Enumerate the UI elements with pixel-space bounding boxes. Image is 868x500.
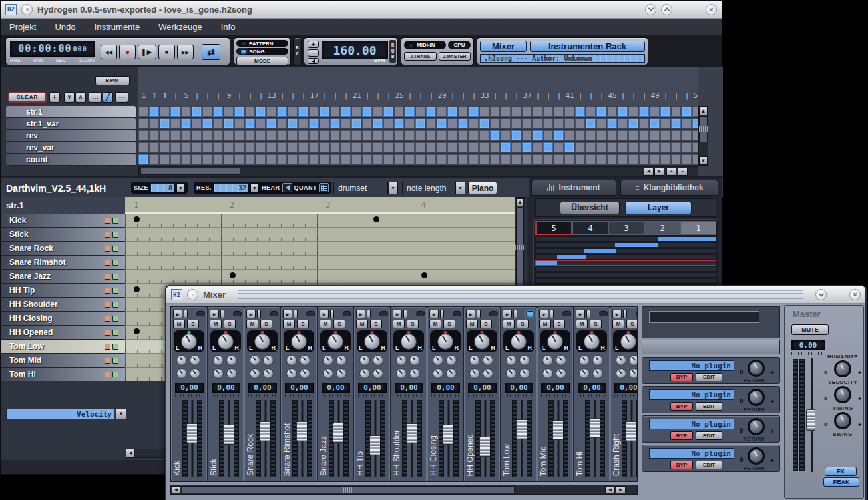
timeline-mark[interactable]: | <box>277 91 288 100</box>
song-cell[interactable] <box>554 107 564 117</box>
song-cell[interactable] <box>575 107 585 117</box>
note-length-select[interactable]: note length ▼ <box>402 182 465 194</box>
timeline-mark[interactable]: T <box>160 91 170 100</box>
song-cell[interactable] <box>245 107 255 117</box>
fx-edit-button[interactable]: EDIT <box>696 461 722 469</box>
channel-solo-button[interactable]: S <box>187 320 199 328</box>
timeline-mark[interactable]: | <box>192 91 202 100</box>
fx-send-knob[interactable] <box>359 368 370 379</box>
fx-send-knob[interactable] <box>396 355 407 366</box>
mixer-hscroll-thumb[interactable] <box>182 486 515 493</box>
channel-select-button[interactable] <box>403 310 407 318</box>
channel-select-button[interactable] <box>513 310 517 318</box>
channel-fader-track[interactable] <box>482 400 489 477</box>
song-cell[interactable] <box>543 154 553 164</box>
song-cell[interactable] <box>330 142 340 152</box>
song-cell[interactable] <box>320 119 329 128</box>
fx-send-knob[interactable] <box>556 355 566 366</box>
song-cell[interactable] <box>277 130 287 140</box>
song-cell[interactable] <box>618 142 628 152</box>
song-cell[interactable] <box>149 119 159 128</box>
show-peaks-button[interactable]: PEAK <box>823 477 859 487</box>
instrument-row-tom-hi[interactable]: Tom Hi <box>1 368 125 381</box>
song-zoom-in[interactable]: + <box>666 168 676 176</box>
song-cell[interactable] <box>596 142 606 152</box>
song-cell[interactable] <box>586 130 596 140</box>
song-cell[interactable] <box>394 154 404 164</box>
fx-send-knob[interactable] <box>300 368 310 379</box>
song-cell[interactable] <box>575 142 585 152</box>
fx-send-knob[interactable] <box>556 368 566 379</box>
song-cell[interactable] <box>586 154 596 164</box>
song-cell[interactable] <box>202 154 212 164</box>
song-cell[interactable] <box>234 154 244 164</box>
channel-play-button[interactable]: ▶ <box>356 310 365 318</box>
channel-play-button[interactable]: ▶ <box>503 310 512 318</box>
song-cell[interactable] <box>362 107 372 117</box>
channel-mute-button[interactable]: M <box>246 320 258 328</box>
fx-send-knob[interactable] <box>506 368 517 379</box>
instrument-solo-button[interactable] <box>112 302 118 308</box>
select-mode-button[interactable]: … <box>89 92 102 103</box>
fx-send-knob[interactable] <box>433 355 443 366</box>
song-cell[interactable] <box>213 130 223 140</box>
song-cell[interactable] <box>447 154 457 164</box>
song-cell[interactable] <box>639 154 649 164</box>
tab-instrument[interactable]: Instrument <box>531 180 616 196</box>
timeline-mark[interactable]: | <box>660 91 671 100</box>
channel-play-button[interactable]: ▶ <box>393 310 402 318</box>
song-cell[interactable] <box>596 107 606 117</box>
song-cell[interactable] <box>160 154 170 164</box>
song-cell[interactable] <box>170 130 180 140</box>
song-cell[interactable] <box>320 130 329 140</box>
timeline-mark[interactable]: 17 <box>309 91 320 100</box>
forward-button[interactable]: ▶▶ <box>177 45 194 59</box>
song-mode-row[interactable]: SONG <box>236 48 288 55</box>
song-cell[interactable] <box>458 154 468 164</box>
master-fader[interactable] <box>791 358 821 472</box>
pattern-list-item[interactable]: str.1 <box>6 106 136 118</box>
song-cell[interactable] <box>138 130 148 140</box>
song-cell[interactable] <box>511 142 521 152</box>
instrument-mute-button[interactable] <box>105 288 110 294</box>
song-cell[interactable] <box>288 142 298 152</box>
song-cell[interactable] <box>213 154 223 164</box>
song-cell[interactable] <box>469 130 479 140</box>
fx-send-knob[interactable] <box>323 368 333 379</box>
layer-row[interactable] <box>535 266 716 272</box>
song-cell[interactable] <box>362 154 372 164</box>
song-cell[interactable] <box>330 130 340 140</box>
song-cell[interactable] <box>320 142 329 152</box>
song-cell[interactable] <box>447 107 457 117</box>
channel-solo-button[interactable]: S <box>333 320 345 328</box>
mixer-titlebar[interactable]: H2 Mixer × <box>166 286 865 304</box>
timeline-mark[interactable]: 1 <box>138 91 149 100</box>
draw-mode-button[interactable]: ╱ <box>103 92 113 103</box>
song-cell[interactable] <box>149 142 159 152</box>
layer-row[interactable] <box>535 278 716 284</box>
timeline-mark[interactable]: | <box>213 91 224 100</box>
song-cell[interactable] <box>341 154 351 164</box>
song-cell[interactable] <box>628 154 638 164</box>
song-cell[interactable] <box>607 130 617 140</box>
jack-transport-button[interactable]: J.TRANS <box>404 52 437 61</box>
song-cell[interactable] <box>490 154 500 164</box>
fx-send-knob[interactable] <box>592 355 603 366</box>
pattern-vscroll-up[interactable]: ▲ <box>516 198 524 206</box>
menu-item-projekt[interactable]: Projekt <box>9 22 36 32</box>
timeline-mark[interactable]: 33 <box>479 91 490 100</box>
song-cell[interactable] <box>426 107 436 117</box>
song-cell[interactable] <box>639 107 649 117</box>
timeline-mark[interactable]: 21 <box>351 91 362 100</box>
channel-solo-button[interactable]: S <box>260 320 272 328</box>
fx-send-knob[interactable] <box>409 355 420 366</box>
song-cell[interactable] <box>501 130 511 140</box>
song-cell[interactable] <box>501 119 511 128</box>
song-cell[interactable] <box>383 107 393 117</box>
bpm-minus-button[interactable]: − <box>308 49 319 57</box>
song-cell[interactable] <box>405 154 415 164</box>
metronome-button[interactable] <box>308 58 319 64</box>
channel-pan-control[interactable]: LR <box>540 330 570 352</box>
song-cell[interactable] <box>224 154 234 164</box>
song-cell[interactable] <box>405 142 415 152</box>
